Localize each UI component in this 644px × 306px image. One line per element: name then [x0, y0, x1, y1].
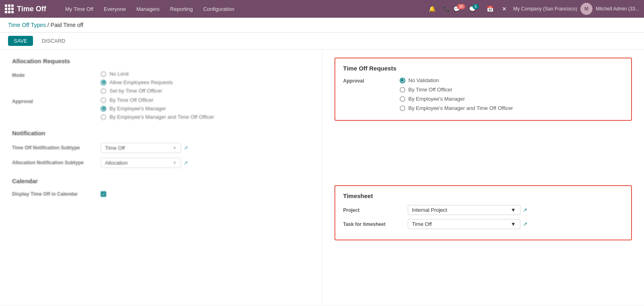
radio-allow-employees [101, 80, 106, 85]
timeoff-notif-dropdown[interactable]: Time Off ▼ [101, 143, 181, 153]
calendar-section-title: Calendar [12, 178, 310, 184]
project-ext-link[interactable]: ↗ [523, 207, 527, 213]
display-calendar-field: Display Time Off in Calendar [12, 191, 310, 198]
timeoff-by-both[interactable]: By Employee's Manager and Time Off Offic… [400, 105, 513, 111]
nav-configuration[interactable]: Configuration [199, 4, 238, 14]
chat-icon[interactable]: 💬30 [455, 3, 466, 14]
task-label: Task for timesheet [343, 221, 408, 227]
project-dropdown[interactable]: Internal Project ▼ [408, 205, 520, 215]
allocation-notif-label: Allocation Notification Subtype [12, 159, 101, 166]
task-arrow: ▼ [511, 221, 516, 227]
discard-button[interactable]: DISCARD [36, 36, 71, 46]
left-panel: Allocation Requests Mode No Limit Allow … [0, 50, 322, 305]
mode-set-by-officer[interactable]: Set by Time Off Officer [101, 88, 173, 94]
task-select-wrapper: Time Off ▼ ↗ [408, 219, 623, 229]
task-field: Task for timesheet Time Off ▼ ↗ [343, 219, 623, 229]
user-name: Mitchell Admin (33... [596, 6, 639, 12]
breadcrumb-parent[interactable]: Time Off Types [8, 22, 46, 28]
allocation-notif-ext-link[interactable]: ↗ [184, 160, 188, 166]
project-label: Project [343, 207, 408, 213]
project-arrow: ▼ [511, 207, 516, 213]
approval-by-officer[interactable]: By Time Off Officer [101, 97, 214, 103]
task-dropdown[interactable]: Time Off ▼ [408, 219, 520, 229]
timeoff-by-manager[interactable]: By Employee's Manager [400, 96, 513, 102]
radio-by-manager [101, 106, 106, 112]
calendar-icon[interactable]: 📅 [484, 3, 495, 14]
calendar-section: Calendar Display Time Off in Calendar [12, 178, 310, 198]
timeoff-notif-ext-link[interactable]: ↗ [184, 145, 188, 151]
task-ext-link[interactable]: ↗ [523, 221, 527, 227]
timeoff-notif-field: Time Off Notification Subtype Time Off ▼… [12, 143, 310, 153]
project-field: Project Internal Project ▼ ↗ [343, 205, 623, 215]
allocation-notif-field: Allocation Notification Subtype Allocati… [12, 158, 310, 168]
discuss-icon[interactable]: 🗨️6 [470, 3, 481, 14]
radio-no-validation [400, 78, 405, 83]
approval-options: By Time Off Officer By Employee's Manage… [101, 97, 214, 120]
mode-field: Mode No Limit Allow Employees Requests S… [12, 71, 310, 94]
bell-icon[interactable]: 🔔 [426, 3, 438, 14]
mode-label: Mode [12, 71, 101, 79]
display-calendar-label: Display Time Off in Calendar [12, 191, 101, 198]
timeoff-no-validation[interactable]: No Validation [400, 77, 513, 83]
timeoff-by-officer[interactable]: By Time Off Officer [400, 87, 513, 93]
approval-label: Approval [12, 97, 101, 105]
grid-icon [5, 4, 14, 13]
main-nav: My Time Off Everyone Managers Reporting … [61, 4, 418, 14]
display-calendar-checkbox[interactable] [101, 191, 106, 197]
allocation-notif-dropdown[interactable]: Allocation ▼ [101, 158, 181, 168]
radio-timeoff-by-officer [400, 87, 405, 93]
breadcrumb-current: Paid Time off [51, 22, 83, 28]
allocation-notif-select: Allocation ▼ ↗ [101, 158, 188, 168]
radio-no-limit [101, 71, 106, 77]
allocation-requests-section: Allocation Requests Mode No Limit Allow … [12, 58, 310, 120]
close-icon[interactable]: ✕ [499, 3, 510, 14]
approval-field: Approval By Time Off Officer By Employee… [12, 97, 310, 120]
nav-my-time-off[interactable]: My Time Off [61, 4, 97, 14]
allocation-section-title: Allocation Requests [12, 58, 310, 64]
approval-by-both[interactable]: By Employee's Manager and Time Off Offic… [101, 114, 214, 120]
timesheet-title: Timesheet [343, 192, 623, 199]
dropdown-arrow-2: ▼ [173, 161, 177, 165]
radio-timeoff-by-manager [400, 96, 405, 102]
timeoff-approval-options: No Validation By Time Off Officer By Emp… [400, 77, 513, 111]
radio-set-by-officer [101, 88, 106, 94]
notification-section: Notification Time Off Notification Subty… [12, 130, 310, 168]
radio-timeoff-by-both [400, 105, 405, 111]
phone-icon[interactable]: 📞 [441, 3, 452, 14]
mode-options: No Limit Allow Employees Requests Set by… [101, 71, 173, 94]
mode-allow-employees[interactable]: Allow Employees Requests [101, 79, 173, 85]
save-button[interactable]: SAVE [8, 36, 33, 46]
nav-managers[interactable]: Managers [132, 4, 164, 14]
main-content: Allocation Requests Mode No Limit Allow … [0, 50, 644, 305]
nav-reporting[interactable]: Reporting [166, 4, 197, 14]
company-name: My Company (San Francisco) [513, 6, 577, 12]
nav-everyone[interactable]: Everyone [100, 4, 130, 14]
timesheet-section: Timesheet Project Internal Project ▼ ↗ T… [334, 185, 632, 240]
radio-by-both [101, 114, 106, 120]
right-panel: Time Off Requests Approval No Validation… [322, 50, 644, 305]
dropdown-arrow: ▼ [173, 146, 177, 150]
app-name: Time Off [17, 5, 46, 13]
timeoff-approval-field: Approval No Validation By Time Off Offic… [343, 77, 623, 111]
radio-by-officer [101, 97, 106, 103]
approval-by-manager[interactable]: By Employee's Manager [101, 105, 214, 112]
breadcrumb: Time Off Types / Paid Time off [0, 18, 644, 33]
timeoff-approval-label: Approval [343, 77, 400, 84]
timeoff-requests-section: Time Off Requests Approval No Validation… [334, 58, 632, 121]
timeoff-requests-title: Time Off Requests [343, 65, 623, 72]
app-logo[interactable]: Time Off [5, 4, 53, 13]
user-avatar[interactable]: M [580, 3, 592, 15]
notification-section-title: Notification [12, 130, 310, 136]
project-select-wrapper: Internal Project ▼ ↗ [408, 205, 623, 215]
timeoff-notif-select: Time Off ▼ ↗ [101, 143, 188, 153]
timeoff-notif-label: Time Off Notification Subtype [12, 145, 101, 151]
top-navigation: Time Off My Time Off Everyone Managers R… [0, 0, 644, 18]
action-bar: SAVE DISCARD [0, 33, 644, 50]
topnav-right: 🔔 📞 💬30 🗨️6 📅 ✕ My Company (San Francisc… [426, 3, 639, 15]
mode-no-limit[interactable]: No Limit [101, 71, 173, 77]
